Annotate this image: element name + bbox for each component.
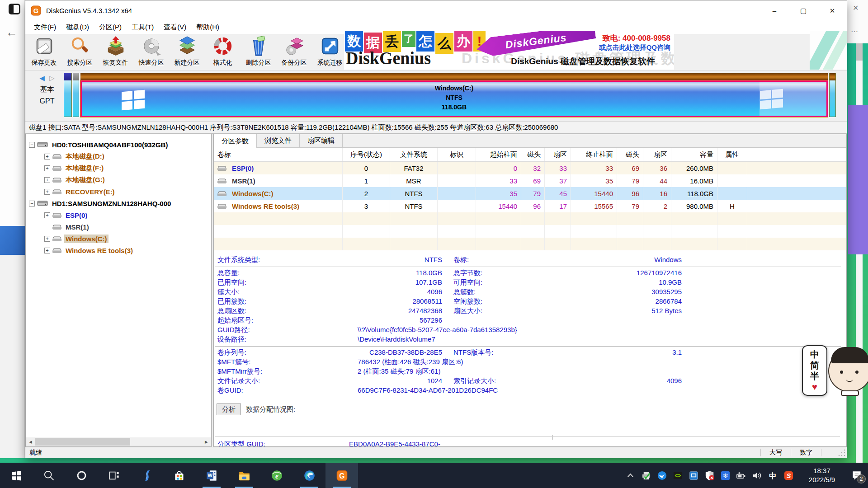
prev-disk-arrow-icon[interactable]: ◀ bbox=[39, 74, 45, 82]
ad-banner[interactable]: DiskGenius 磁盘管理及数据恢复软件 数据丢了怎么办! DiskGeni… bbox=[344, 31, 674, 70]
taskbar-ie-browser-button[interactable]: e bbox=[260, 463, 293, 488]
tree-expander-icon[interactable]: + bbox=[44, 248, 50, 253]
partition-block-windows-c[interactable]: Windows(C:) NTFS 118.0GB bbox=[80, 73, 828, 117]
taskbar-word-button[interactable]: W bbox=[195, 463, 228, 488]
column-header[interactable]: 序号(状态) bbox=[343, 148, 390, 161]
tray-chevron-up-icon[interactable] bbox=[623, 463, 638, 488]
tray-ime-zh-icon[interactable]: 中 bbox=[765, 463, 781, 488]
toolbar-format-button[interactable]: 格式化 bbox=[205, 34, 241, 70]
ime-mode-中[interactable]: 中 bbox=[810, 349, 819, 359]
tray-battery-icon[interactable] bbox=[733, 463, 749, 488]
ime-statusbar[interactable]: 中简半♥ bbox=[802, 345, 827, 396]
toolbar-search-partition-button[interactable]: 搜索分区 bbox=[62, 34, 98, 70]
table-row-Windows RE tools(3)[interactable]: Windows RE tools(3)3NTFS1544096171556579… bbox=[214, 200, 846, 212]
tree-item-3[interactable]: +本地磁盘(G:) bbox=[26, 174, 211, 186]
tree-expander-icon[interactable]: + bbox=[44, 154, 50, 160]
tree-expander-icon[interactable]: − bbox=[29, 142, 35, 148]
ime-mode-♥[interactable]: ♥ bbox=[812, 382, 817, 392]
tree-item-6[interactable]: +ESP(0) bbox=[26, 209, 211, 221]
analyze-button[interactable]: 分析 bbox=[217, 404, 241, 415]
tab-2[interactable]: 扇区编辑 bbox=[300, 134, 343, 147]
column-header[interactable]: 起始柱面 bbox=[476, 148, 521, 161]
ime-mode-简[interactable]: 简 bbox=[810, 360, 819, 370]
table-row-Windows(C:)[interactable]: Windows(C:)2NTFS357945154409616118.0GB bbox=[214, 187, 846, 200]
taskbar-task-view-button[interactable] bbox=[98, 463, 130, 488]
column-header[interactable]: 文件系统 bbox=[390, 148, 438, 161]
tree-item-4[interactable]: +RECOVERY(E:) bbox=[26, 186, 211, 197]
scroll-right-arrow-icon[interactable]: ▶ bbox=[202, 437, 211, 446]
ime-mode-半[interactable]: 半 bbox=[810, 371, 819, 381]
column-header[interactable]: 卷标 bbox=[214, 148, 343, 161]
column-header[interactable]: 终止柱面 bbox=[571, 148, 617, 161]
menu-item-1[interactable]: 磁盘(D) bbox=[61, 23, 94, 32]
tree-expander-icon[interactable]: − bbox=[29, 201, 35, 206]
taskbar-edge-button[interactable] bbox=[293, 463, 326, 488]
taskbar-clock[interactable]: 18:37 2022/5/9 bbox=[801, 466, 843, 484]
table-row-MSR(1)[interactable]: MSR(1)1MSR33693735794416.0MB bbox=[214, 174, 846, 187]
partition-block-esp[interactable] bbox=[64, 73, 72, 117]
menu-item-4[interactable]: 查看(V) bbox=[159, 23, 191, 32]
tray-defender-icon[interactable] bbox=[702, 463, 717, 488]
menu-item-2[interactable]: 分区(P) bbox=[94, 23, 127, 32]
tray-nvidia-icon[interactable] bbox=[670, 463, 686, 488]
tree-item-7[interactable]: MSR(1) bbox=[26, 221, 211, 233]
toolbar-delete-partition-button[interactable]: 删除分区 bbox=[241, 34, 276, 70]
taskbar-search-button[interactable] bbox=[33, 463, 65, 488]
taskbar-diskgenius-button[interactable]: G bbox=[326, 463, 358, 488]
banner-qq-link[interactable]: 或点击此处选择QQ咨询 bbox=[599, 43, 670, 52]
background-close-icon[interactable]: ✕ bbox=[853, 4, 859, 12]
back-arrow-icon[interactable]: ← bbox=[6, 25, 18, 39]
tray-printer-icon[interactable] bbox=[638, 463, 654, 488]
taskbar-cortana-button[interactable] bbox=[65, 463, 98, 488]
tree-expander-icon[interactable]: + bbox=[44, 212, 50, 218]
toolbar-backup-partition-button[interactable]: 备份分区 bbox=[276, 34, 312, 70]
tree-item-0[interactable]: −HD0:TOSHIBAMQ04ABF100(932GB) bbox=[26, 139, 211, 150]
tree-item-5[interactable]: −HD1:SAMSUNGMZNLN128HAHQ-000 bbox=[26, 197, 211, 209]
column-header[interactable]: 磁头 bbox=[617, 148, 643, 161]
menu-item-5[interactable]: 帮助(H) bbox=[191, 23, 224, 32]
tray-sogou-icon[interactable]: S bbox=[781, 463, 797, 488]
background-window-icon[interactable] bbox=[9, 4, 20, 14]
taskbar-windows-start-button[interactable] bbox=[0, 463, 33, 488]
tree-expander-icon[interactable]: + bbox=[44, 177, 50, 183]
scroll-left-arrow-icon[interactable]: ◀ bbox=[26, 437, 35, 446]
column-header[interactable]: 属性 bbox=[717, 148, 747, 161]
tray-dingtalk-icon[interactable] bbox=[654, 463, 670, 488]
column-header[interactable]: 扇区 bbox=[545, 148, 571, 161]
background-more-icon[interactable]: ⋯ bbox=[851, 27, 859, 36]
tree-expander-icon[interactable]: + bbox=[44, 165, 50, 171]
tree-item-2[interactable]: +本地磁盘(F:) bbox=[26, 162, 211, 174]
minimize-button[interactable]: – bbox=[760, 0, 789, 21]
maximize-button[interactable]: ▢ bbox=[789, 0, 818, 21]
tab-1[interactable]: 浏览文件 bbox=[257, 134, 300, 147]
tree-expander-icon[interactable]: + bbox=[44, 236, 50, 242]
partition-block-msr[interactable] bbox=[73, 73, 79, 117]
toolbar-new-partition-button[interactable]: 新建分区 bbox=[169, 34, 205, 70]
next-disk-arrow-icon[interactable]: ▷ bbox=[49, 74, 55, 82]
scroll-thumb[interactable] bbox=[35, 438, 130, 446]
tree-item-8[interactable]: +Windows(C:) bbox=[26, 233, 211, 244]
tab-0[interactable]: 分区参数 bbox=[214, 134, 257, 148]
tray-intel-graphics-icon[interactable] bbox=[686, 463, 702, 488]
resize-grip[interactable] bbox=[838, 449, 846, 457]
toolbar-system-migrate-button[interactable]: 系统迁移 bbox=[312, 34, 348, 70]
tree-item-1[interactable]: +本地磁盘(D:) bbox=[26, 150, 211, 162]
menu-item-0[interactable]: 文件(F) bbox=[29, 23, 61, 32]
action-center-button[interactable]: 2 bbox=[845, 463, 868, 488]
close-button[interactable]: ✕ bbox=[818, 0, 847, 21]
tree-item-9[interactable]: +Windows RE tools(3) bbox=[26, 244, 211, 256]
tree-horizontal-scrollbar[interactable]: ◀ ▶ bbox=[26, 437, 211, 446]
tree-expander-icon[interactable]: + bbox=[44, 189, 50, 195]
table-row-ESP(0)[interactable]: ESP(0)0FAT3203233336936260.0MB bbox=[214, 162, 846, 174]
column-header[interactable]: 标识 bbox=[438, 148, 476, 161]
toolbar-save-changes-button[interactable]: 保存更改 bbox=[26, 34, 62, 70]
column-header[interactable]: 扇区 bbox=[643, 148, 671, 161]
taskbar-flame-button[interactable] bbox=[130, 463, 163, 488]
taskbar-ms-store-button[interactable] bbox=[163, 463, 195, 488]
menu-item-3[interactable]: 工具(T) bbox=[127, 23, 159, 32]
toolbar-recover-files-button[interactable]: 恢复文件 bbox=[98, 34, 133, 70]
tray-volume-icon[interactable] bbox=[749, 463, 765, 488]
taskbar-file-explorer-button[interactable] bbox=[228, 463, 260, 488]
column-header[interactable]: 磁头 bbox=[521, 148, 545, 161]
toolbar-quick-partition-button[interactable]: 快速分区 bbox=[133, 34, 169, 70]
